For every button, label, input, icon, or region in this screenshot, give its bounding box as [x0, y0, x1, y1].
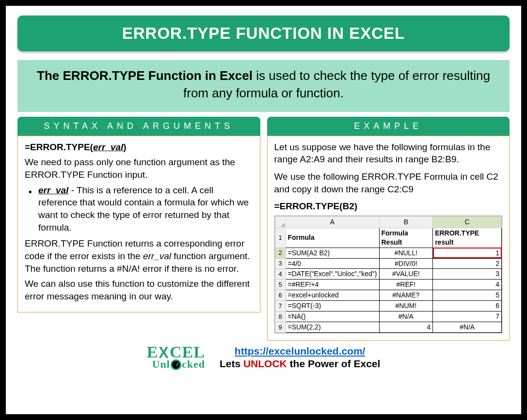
- syntax-suffix: ): [123, 142, 126, 152]
- cell-formula: =NA(): [286, 311, 379, 322]
- clock-icon: [171, 359, 181, 370]
- row-num: 6: [275, 290, 286, 301]
- cell-formula: =SQRT(-3): [286, 301, 379, 311]
- cell-errortype: 5: [433, 290, 502, 301]
- title-banner: ERROR.TYPE FUNCTION IN EXCEL: [17, 16, 510, 51]
- table-row: 2=SUM(A2 B2)#NULL!1: [275, 248, 502, 258]
- syntax-prefix: =ERROR.TYPE(: [25, 142, 93, 152]
- syntax-p1: We need to pass only one function argume…: [25, 156, 253, 181]
- col-header-row: A B C: [275, 216, 502, 228]
- row-num: 9: [275, 322, 286, 332]
- example-p2: We use the following ERROR.TYPE Formula …: [274, 171, 503, 195]
- syntax-header: SYNTAX AND ARGUMENTS: [17, 117, 260, 136]
- document-page: ERROR.TYPE FUNCTION IN EXCEL The ERROR.T…: [6, 6, 521, 414]
- tag-unlock: UNLOCK: [243, 358, 287, 369]
- table-row: 9=SUM(2,2)4#N/A: [275, 322, 502, 332]
- select-all-corner: [275, 216, 286, 228]
- footer: EXCEL Unlcked https://excelunlocked.com/…: [17, 345, 510, 370]
- footer-tagline: Lets UNLOCK the Power of Excel: [220, 358, 380, 370]
- intro-bold: The ERROR.TYPE Function in Excel: [37, 68, 253, 83]
- cell-errortype: 2: [433, 258, 502, 269]
- syntax-body: =ERROR.TYPE(err_val) We need to pass onl…: [17, 136, 260, 313]
- header-row: 1 Formula Formula Result ERROR.TYPE resu…: [275, 228, 502, 248]
- hdr-formula: Formula: [286, 228, 379, 248]
- arg-desc: - This is a reference to a cell. A cell …: [38, 185, 249, 233]
- columns: SYNTAX AND ARGUMENTS =ERROR.TYPE(err_val…: [17, 117, 510, 341]
- syntax-p3: We can also use this function to customi…: [25, 278, 253, 302]
- cell-result: #REF!: [379, 280, 433, 290]
- bullet-icon: ■: [29, 188, 32, 195]
- footer-link[interactable]: https://excelunlocked.com/: [235, 345, 366, 357]
- col-A: A: [286, 216, 379, 228]
- p2b: err_val: [143, 251, 171, 261]
- logo: EXCEL Unlcked: [147, 345, 205, 370]
- cell-result: #N/A: [379, 311, 433, 322]
- tag-post: the Power of Excel: [287, 358, 381, 369]
- table-row: 4=DATE("Excel"."Unloc","ked")#VALUE!3: [275, 269, 502, 280]
- sheet-table: A B C 1 Formula Formula Result ERROR.TYP…: [275, 216, 502, 333]
- cell-result: #NUM!: [379, 301, 433, 311]
- table-row: 3=4/0#DIV/0!2: [275, 258, 502, 269]
- arg-bullet: ■ err_val - This is a reference to a cel…: [29, 184, 253, 234]
- table-row: 7=SQRT(-3)#NUM!6: [275, 301, 502, 311]
- example-body: Let us suppose we have the following for…: [267, 136, 510, 341]
- col-C: C: [433, 216, 502, 228]
- example-column: EXAMPLE Let us suppose we have the follo…: [267, 117, 510, 341]
- cell-formula: =SUM(2,2): [286, 322, 379, 332]
- table-row: 8=NA()#N/A7: [275, 311, 502, 322]
- cell-result: #VALUE!: [379, 269, 433, 280]
- cell-errortype: #N/A: [433, 322, 502, 332]
- cell-formula: =4/0: [286, 258, 379, 269]
- cell-errortype: 1: [433, 248, 502, 258]
- page-title: ERROR.TYPE FUNCTION IN EXCEL: [17, 24, 510, 43]
- syntax-arg: err_val: [93, 142, 123, 152]
- row-num: 2: [275, 248, 286, 258]
- cell-formula: =#REF!+4: [286, 280, 379, 290]
- logo-top: EXCEL: [147, 345, 205, 359]
- row-num: 7: [275, 301, 286, 311]
- cell-result: 4: [379, 322, 433, 332]
- example-formula: =ERROR.TYPE(B2): [274, 200, 503, 213]
- syntax-p2: ERROR.TYPE Function returns a correspond…: [25, 237, 253, 275]
- row-num: 8: [275, 311, 286, 322]
- col-B: B: [379, 216, 433, 228]
- row-1: 1: [275, 228, 286, 248]
- cell-errortype: 3: [433, 269, 502, 280]
- syntax-column: SYNTAX AND ARGUMENTS =ERROR.TYPE(err_val…: [17, 117, 260, 341]
- cell-formula: =SUM(A2 B2): [286, 248, 379, 258]
- cell-formula: =DATE("Excel"."Unloc","ked"): [286, 269, 379, 280]
- row-num: 3: [275, 258, 286, 269]
- footer-text: https://excelunlocked.com/ Lets UNLOCK t…: [220, 345, 380, 370]
- cell-formula: =excel+unlocked: [286, 290, 379, 301]
- arg-line: err_val - This is a reference to a cell.…: [38, 184, 253, 234]
- table-row: 5=#REF!+4#REF!4: [275, 280, 502, 290]
- intro-box: The ERROR.TYPE Function in Excel is used…: [17, 60, 510, 112]
- row-num: 5: [275, 280, 286, 290]
- arg-name: err_val: [38, 185, 68, 195]
- example-header: EXAMPLE: [267, 117, 510, 136]
- hdr-errortype: ERROR.TYPE result: [433, 228, 502, 248]
- cell-errortype: 6: [433, 301, 502, 311]
- cell-errortype: 7: [433, 311, 502, 322]
- tag-pre: Lets: [220, 358, 243, 369]
- logo-bottom: Unlcked: [147, 359, 205, 370]
- cell-result: #DIV/0!: [379, 258, 433, 269]
- row-num: 4: [275, 269, 286, 280]
- cell-errortype: 4: [433, 280, 502, 290]
- example-p1: Let us suppose we have the following for…: [274, 141, 503, 166]
- cell-result: #NAME?: [379, 290, 433, 301]
- spreadsheet: A B C 1 Formula Formula Result ERROR.TYP…: [274, 216, 503, 333]
- cell-result: #NULL!: [379, 248, 433, 258]
- table-row: 6=excel+unlocked#NAME?5: [275, 290, 502, 301]
- syntax-line: =ERROR.TYPE(err_val): [25, 141, 253, 154]
- hdr-result: Formula Result: [379, 228, 433, 248]
